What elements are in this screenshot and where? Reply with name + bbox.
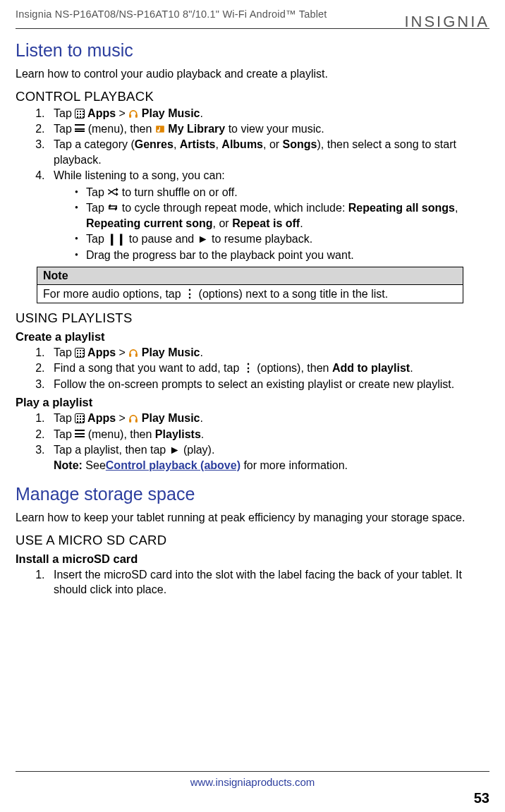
music-intro: Learn how to control your audio playback… (16, 66, 489, 82)
menu-icon (75, 430, 85, 440)
list-item: Insert the microSD card into the slot wi… (48, 567, 489, 598)
options-icon: ⋮ (243, 362, 254, 374)
list-item: Tap Apps > Play Music. (48, 411, 489, 425)
play-playlist-title: Play a playlist (16, 396, 489, 409)
my-library-icon (155, 123, 165, 135)
apps-icon (75, 348, 85, 358)
note-label: Note (37, 267, 463, 284)
page-number: 53 (16, 790, 489, 806)
svg-rect-1 (135, 114, 138, 118)
list-item: Tap (menu), then Playlists. (48, 427, 489, 442)
create-playlist-title: Create a playlist (16, 330, 489, 344)
apps-icon (75, 413, 85, 423)
install-sd-steps: Insert the microSD card into the slot wi… (16, 567, 489, 598)
subsection-micro-sd: USE A MICRO SD CARD (16, 533, 489, 548)
list-item: Tap (menu), then My Library to view your… (48, 121, 489, 136)
create-playlist-steps: Tap Apps > Play Music. Find a song that … (16, 345, 489, 392)
list-item: Tap ❙❙ to pause and ► to resume playback… (75, 231, 489, 246)
page-header: Insignia NS-P16AT08/NS-P16AT10 8"/10.1" … (16, 8, 489, 27)
list-item: Tap a category (Genres, Artists, Albums,… (48, 137, 489, 167)
list-item: Tap Apps > Play Music. (48, 345, 489, 360)
note-box: Note For more audio options, tap ⋮ (opti… (37, 267, 463, 303)
headphones-icon (128, 107, 138, 119)
list-item: Tap to turn shuffle on or off. (75, 185, 489, 200)
headphones-icon (128, 412, 138, 424)
list-item: Find a song that you want to add, tap ⋮ … (48, 360, 489, 375)
apps-icon (75, 109, 85, 119)
svg-rect-6 (135, 353, 138, 357)
list-item: Follow the on-screen prompts to select a… (48, 377, 489, 392)
subsection-using-playlists: USING PLAYLISTS (16, 310, 489, 326)
product-identifier: Insignia NS-P16AT08/NS-P16AT10 8"/10.1" … (16, 8, 327, 20)
control-playback-steps: Tap Apps > Play Music. Tap (menu), then … (16, 106, 489, 262)
control-playback-link[interactable]: Control playback (above) (106, 459, 241, 471)
pause-icon: ❙❙ (107, 233, 126, 245)
svg-rect-5 (130, 353, 132, 357)
list-item: Tap a playlist, then tap ► (play). Note:… (48, 442, 489, 473)
shuffle-icon (107, 186, 118, 198)
subsection-control-playback: CONTROL PLAYBACK (16, 89, 489, 104)
list-item: Tap Apps > Play Music. (48, 106, 489, 121)
storage-intro: Learn how to keep your tablet running at… (16, 510, 489, 526)
page-footer: www.insigniaproducts.com 53 (16, 771, 489, 806)
options-icon: ⋮ (184, 288, 195, 300)
svg-rect-8 (135, 419, 138, 423)
svg-rect-0 (130, 114, 132, 118)
list-item: While listening to a song, you can: Tap … (48, 168, 489, 262)
section-manage-storage: Manage storage space (16, 484, 489, 504)
svg-rect-7 (130, 419, 132, 423)
install-sd-title: Install a microSD card (16, 552, 489, 566)
svg-rect-4 (159, 127, 160, 131)
repeat-icon (107, 202, 118, 214)
note-body: For more audio options, tap ⋮ (options) … (37, 284, 463, 303)
playback-options: Tap to turn shuffle on or off. Tap to cy… (54, 185, 489, 262)
footer-rule (16, 771, 489, 772)
list-item: Tap to cycle through repeat mode, which … (75, 200, 489, 231)
play-playlist-steps: Tap Apps > Play Music. Tap (menu), then … (16, 411, 489, 473)
menu-icon (75, 124, 85, 134)
footer-link[interactable]: www.insigniaproducts.com (190, 776, 315, 788)
list-item: Drag the progress bar to the playback po… (75, 248, 489, 262)
headphones-icon (128, 346, 138, 358)
brand-logo: INSIGNIA (404, 13, 489, 31)
section-listen-to-music: Listen to music (16, 40, 489, 61)
